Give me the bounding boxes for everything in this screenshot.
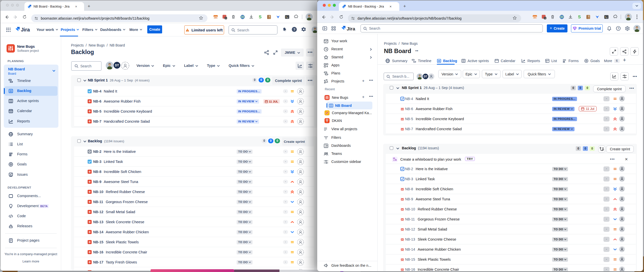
svg-text:?: ? bbox=[618, 27, 619, 30]
svg-text:Jira: Jira bbox=[347, 26, 355, 31]
svg-text:S: S bbox=[578, 15, 581, 19]
svg-text:?: ? bbox=[293, 28, 295, 31]
svg-text:Jira: Jira bbox=[21, 27, 30, 32]
svg-text:3: 3 bbox=[225, 17, 226, 19]
svg-text:3: 3 bbox=[545, 17, 546, 19]
svg-text:18m: 18m bbox=[533, 17, 536, 19]
svg-text:S: S bbox=[259, 15, 262, 19]
svg-text:18m: 18m bbox=[214, 17, 217, 19]
